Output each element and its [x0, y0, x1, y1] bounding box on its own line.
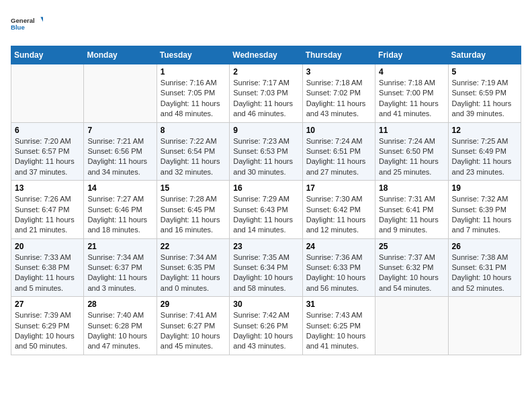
calendar-cell: 26Sunrise: 7:38 AMSunset: 6:31 PMDayligh…	[448, 238, 521, 297]
calendar-cell: 18Sunrise: 7:31 AMSunset: 6:41 PMDayligh…	[375, 181, 448, 239]
calendar-cell	[11, 64, 84, 123]
calendar-cell: 5Sunrise: 7:19 AMSunset: 6:59 PMDaylight…	[448, 64, 521, 123]
day-number: 28	[87, 300, 152, 309]
calendar-header-friday: Friday	[375, 46, 448, 64]
calendar-header-saturday: Saturday	[448, 46, 521, 64]
day-info: Sunrise: 7:18 AMSunset: 7:00 PMDaylight:…	[379, 78, 444, 120]
day-info: Sunrise: 7:43 AMSunset: 6:25 PMDaylight:…	[306, 310, 371, 352]
day-number: 11	[379, 126, 444, 135]
day-info: Sunrise: 7:31 AMSunset: 6:41 PMDaylight:…	[379, 194, 444, 236]
calendar-header-thursday: Thursday	[302, 46, 375, 64]
logo: General Blue	[11, 11, 43, 38]
day-info: Sunrise: 7:32 AMSunset: 6:39 PMDaylight:…	[452, 194, 517, 236]
calendar-cell	[448, 297, 521, 355]
calendar-cell: 16Sunrise: 7:29 AMSunset: 6:43 PMDayligh…	[230, 181, 302, 239]
day-number: 25	[379, 242, 444, 251]
calendar-cell: 15Sunrise: 7:28 AMSunset: 6:45 PMDayligh…	[157, 181, 229, 239]
calendar-cell: 3Sunrise: 7:18 AMSunset: 7:02 PMDaylight…	[302, 64, 375, 123]
day-number: 26	[452, 242, 517, 251]
day-info: Sunrise: 7:17 AMSunset: 7:03 PMDaylight:…	[233, 78, 298, 120]
calendar-cell	[375, 297, 448, 355]
calendar-cell: 19Sunrise: 7:32 AMSunset: 6:39 PMDayligh…	[448, 181, 521, 239]
day-info: Sunrise: 7:33 AMSunset: 6:38 PMDaylight:…	[15, 253, 80, 294]
calendar-cell: 8Sunrise: 7:22 AMSunset: 6:54 PMDaylight…	[157, 122, 229, 181]
day-number: 17	[306, 183, 371, 193]
logo-svg: General Blue	[11, 11, 43, 38]
day-number: 7	[87, 126, 152, 135]
day-info: Sunrise: 7:26 AMSunset: 6:47 PMDaylight:…	[15, 194, 80, 236]
day-number: 24	[306, 242, 371, 251]
calendar-header-sunday: Sunday	[11, 46, 84, 64]
day-info: Sunrise: 7:25 AMSunset: 6:49 PMDaylight:…	[452, 136, 517, 178]
calendar-cell: 31Sunrise: 7:43 AMSunset: 6:25 PMDayligh…	[302, 297, 375, 355]
day-info: Sunrise: 7:34 AMSunset: 6:37 PMDaylight:…	[87, 253, 152, 294]
day-info: Sunrise: 7:38 AMSunset: 6:31 PMDaylight:…	[452, 253, 517, 294]
calendar-cell: 13Sunrise: 7:26 AMSunset: 6:47 PMDayligh…	[11, 181, 84, 239]
calendar-cell: 23Sunrise: 7:35 AMSunset: 6:34 PMDayligh…	[230, 238, 302, 297]
calendar-cell: 20Sunrise: 7:33 AMSunset: 6:38 PMDayligh…	[11, 238, 84, 297]
calendar-table: SundayMondayTuesdayWednesdayThursdayFrid…	[11, 46, 521, 355]
day-info: Sunrise: 7:24 AMSunset: 6:50 PMDaylight:…	[379, 136, 444, 178]
day-info: Sunrise: 7:23 AMSunset: 6:53 PMDaylight:…	[233, 136, 298, 178]
day-number: 9	[233, 126, 298, 135]
day-info: Sunrise: 7:18 AMSunset: 7:02 PMDaylight:…	[306, 78, 371, 120]
day-number: 23	[233, 242, 298, 251]
day-number: 16	[233, 183, 298, 193]
day-number: 13	[15, 183, 80, 193]
day-number: 12	[452, 126, 517, 135]
day-info: Sunrise: 7:39 AMSunset: 6:29 PMDaylight:…	[15, 310, 80, 352]
day-number: 19	[452, 183, 517, 193]
day-number: 14	[87, 183, 152, 193]
day-info: Sunrise: 7:16 AMSunset: 7:05 PMDaylight:…	[161, 78, 226, 120]
day-number: 1	[161, 67, 226, 77]
calendar-cell: 29Sunrise: 7:41 AMSunset: 6:27 PMDayligh…	[157, 297, 229, 355]
day-number: 8	[161, 126, 226, 135]
calendar-cell: 22Sunrise: 7:34 AMSunset: 6:35 PMDayligh…	[157, 238, 229, 297]
day-number: 3	[306, 67, 371, 77]
day-info: Sunrise: 7:24 AMSunset: 6:51 PMDaylight:…	[306, 136, 371, 178]
page-header: General Blue	[11, 11, 521, 38]
day-number: 20	[15, 242, 80, 251]
calendar-cell: 6Sunrise: 7:20 AMSunset: 6:57 PMDaylight…	[11, 122, 84, 181]
calendar-cell: 25Sunrise: 7:37 AMSunset: 6:32 PMDayligh…	[375, 238, 448, 297]
calendar-cell: 11Sunrise: 7:24 AMSunset: 6:50 PMDayligh…	[375, 122, 448, 181]
calendar-cell: 2Sunrise: 7:17 AMSunset: 7:03 PMDaylight…	[230, 64, 302, 123]
calendar-cell: 1Sunrise: 7:16 AMSunset: 7:05 PMDaylight…	[157, 64, 229, 123]
calendar-header-monday: Monday	[84, 46, 157, 64]
calendar-cell: 7Sunrise: 7:21 AMSunset: 6:56 PMDaylight…	[84, 122, 157, 181]
svg-text:General: General	[11, 17, 35, 24]
calendar-cell: 14Sunrise: 7:27 AMSunset: 6:46 PMDayligh…	[84, 181, 157, 239]
day-number: 30	[233, 300, 298, 309]
svg-text:Blue: Blue	[11, 24, 25, 31]
calendar-cell: 4Sunrise: 7:18 AMSunset: 7:00 PMDaylight…	[375, 64, 448, 123]
day-info: Sunrise: 7:37 AMSunset: 6:32 PMDaylight:…	[379, 253, 444, 294]
day-number: 22	[161, 242, 226, 251]
calendar-cell: 24Sunrise: 7:36 AMSunset: 6:33 PMDayligh…	[302, 238, 375, 297]
day-info: Sunrise: 7:20 AMSunset: 6:57 PMDaylight:…	[15, 136, 80, 178]
day-number: 4	[379, 67, 444, 77]
calendar-cell: 28Sunrise: 7:40 AMSunset: 6:28 PMDayligh…	[84, 297, 157, 355]
day-info: Sunrise: 7:30 AMSunset: 6:42 PMDaylight:…	[306, 194, 371, 236]
day-info: Sunrise: 7:35 AMSunset: 6:34 PMDaylight:…	[233, 253, 298, 294]
day-number: 5	[452, 67, 517, 77]
calendar-cell: 27Sunrise: 7:39 AMSunset: 6:29 PMDayligh…	[11, 297, 84, 355]
day-info: Sunrise: 7:27 AMSunset: 6:46 PMDaylight:…	[87, 194, 152, 236]
day-number: 18	[379, 183, 444, 193]
day-info: Sunrise: 7:29 AMSunset: 6:43 PMDaylight:…	[233, 194, 298, 236]
calendar-cell: 30Sunrise: 7:42 AMSunset: 6:26 PMDayligh…	[230, 297, 302, 355]
calendar-cell	[84, 64, 157, 123]
day-number: 15	[161, 183, 226, 193]
calendar-header-wednesday: Wednesday	[230, 46, 302, 64]
day-info: Sunrise: 7:34 AMSunset: 6:35 PMDaylight:…	[161, 253, 226, 294]
day-number: 2	[233, 67, 298, 77]
calendar-cell: 9Sunrise: 7:23 AMSunset: 6:53 PMDaylight…	[230, 122, 302, 181]
svg-marker-2	[40, 17, 43, 24]
day-info: Sunrise: 7:36 AMSunset: 6:33 PMDaylight:…	[306, 253, 371, 294]
day-number: 10	[306, 126, 371, 135]
day-number: 21	[87, 242, 152, 251]
day-info: Sunrise: 7:40 AMSunset: 6:28 PMDaylight:…	[87, 310, 152, 352]
day-info: Sunrise: 7:19 AMSunset: 6:59 PMDaylight:…	[452, 78, 517, 120]
day-number: 27	[15, 300, 80, 309]
calendar-cell: 12Sunrise: 7:25 AMSunset: 6:49 PMDayligh…	[448, 122, 521, 181]
day-number: 31	[306, 300, 371, 309]
